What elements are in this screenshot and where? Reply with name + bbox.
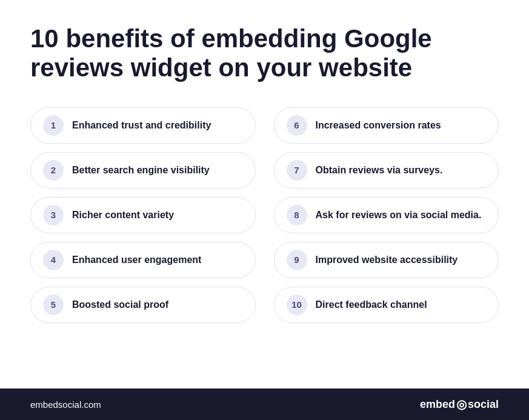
benefit-number: 1	[43, 115, 64, 136]
footer-brand-icon: ◎	[456, 397, 467, 412]
benefit-text: Boosted social proof	[72, 299, 168, 310]
benefit-item: 5Boosted social proof	[30, 287, 256, 323]
benefit-text: Direct feedback channel	[316, 299, 427, 310]
benefit-number: 2	[43, 160, 64, 181]
benefits-grid: 1Enhanced trust and credibility6Increase…	[30, 107, 499, 323]
benefit-text: Enhanced trust and credibility	[72, 120, 211, 131]
benefit-number: 10	[287, 295, 307, 315]
footer: embedsocial.com embed◎social	[0, 388, 529, 420]
benefit-text: Increased conversion rates	[316, 120, 441, 131]
benefit-number: 9	[287, 250, 307, 270]
benefit-number: 8	[287, 205, 307, 225]
benefit-item: 3Richer content variety	[30, 197, 256, 233]
benefit-text: Richer content variety	[72, 210, 174, 221]
main-content: 10 benefits of embedding Google reviews …	[0, 0, 529, 388]
benefit-item: 6Increased conversion rates	[274, 107, 499, 144]
benefit-number: 5	[43, 295, 64, 315]
benefit-number: 3	[43, 205, 64, 225]
benefit-text: Better search engine visibility	[72, 165, 210, 176]
benefit-item: 8Ask for reviews on via social media.	[274, 197, 499, 233]
benefit-text: Enhanced user engagement	[72, 255, 201, 265]
footer-brand: embed◎social	[420, 397, 499, 412]
benefit-item: 2Better search engine visibility	[30, 152, 256, 188]
benefit-item: 1Enhanced trust and credibility	[30, 107, 256, 144]
benefit-text: Improved website accessibility	[316, 255, 458, 265]
footer-url: embedsocial.com	[30, 399, 101, 410]
footer-brand-suffix: social	[468, 398, 499, 411]
benefit-number: 7	[287, 160, 307, 181]
benefit-item: 4Enhanced user engagement	[30, 242, 256, 278]
benefit-text: Obtain reviews via surveys.	[316, 165, 443, 176]
page-title: 10 benefits of embedding Google reviews …	[30, 24, 485, 83]
benefit-item: 10Direct feedback channel	[274, 287, 499, 323]
footer-brand-text: embed	[420, 398, 455, 411]
benefit-number: 4	[43, 250, 64, 270]
benefit-number: 6	[287, 115, 307, 136]
benefit-text: Ask for reviews on via social media.	[316, 210, 482, 221]
benefit-item: 7Obtain reviews via surveys.	[274, 152, 499, 188]
benefit-item: 9Improved website accessibility	[274, 242, 499, 278]
